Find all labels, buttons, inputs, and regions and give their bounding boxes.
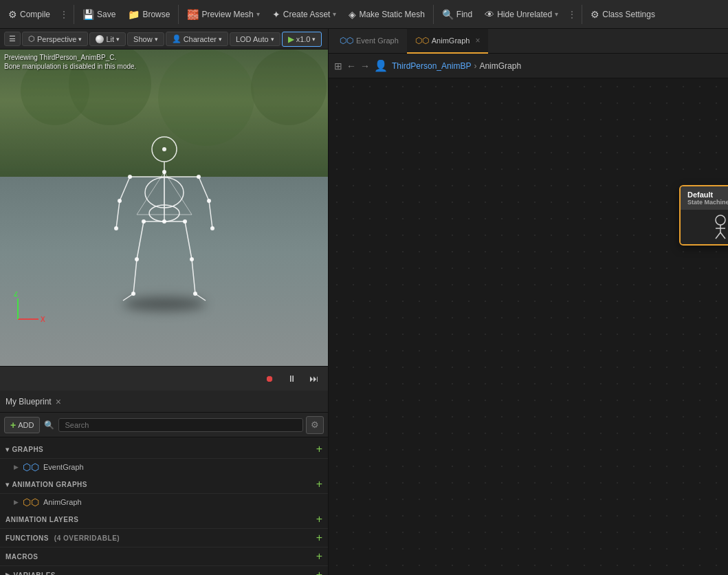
viewport-toolbar: ☰ ⬡ Perspective ▾ Lit ▾ Show ▾ 👤 Charact…	[0, 29, 328, 50]
search-icon: 🔍	[43, 420, 56, 430]
macros-section-header[interactable]: MACROS +	[0, 547, 328, 566]
hamburger-icon: ☰	[9, 34, 16, 43]
functions-section-header[interactable]: FUNCTIONS (4 OVERRIDABLE) +	[0, 529, 328, 547]
lit-button[interactable]: Lit ▾	[89, 32, 126, 46]
bp-close-button[interactable]: ×	[56, 396, 61, 407]
variables-section: ▶ VARIABLES +	[0, 566, 328, 575]
hide-unrelated-button[interactable]: 👁 Hide Unrelated ▾	[479, 6, 564, 23]
chevron-down-icon-4: ▾	[219, 36, 222, 43]
lit-icon	[96, 35, 104, 43]
forward-icon: ⏭	[309, 373, 318, 384]
functions-add-button[interactable]: +	[316, 532, 322, 543]
viewport[interactable]: Previewing ThirdPerson_AnimBP_C. Bone ma…	[0, 50, 328, 366]
toolbar-dots-2[interactable]: ⋮	[565, 10, 579, 19]
breadcrumb: ThirdPerson_AnimBP › AnimGraph	[392, 61, 521, 71]
viewport-overlay: Previewing ThirdPerson_AnimBP_C. Bone ma…	[0, 50, 328, 366]
anim-graph-icon: ⬡⬡	[23, 497, 39, 508]
save-icon: 💾	[82, 9, 94, 20]
bp-settings-button[interactable]: ⚙	[306, 416, 324, 434]
preview-mesh-button[interactable]: 🧱 Preview Mesh ▾	[181, 6, 265, 23]
chevron-down-icon-3: ▾	[155, 36, 158, 43]
create-asset-icon: ✦	[272, 9, 280, 20]
event-graph-item[interactable]: ▶ ⬡⬡ EventGraph	[0, 459, 328, 475]
find-icon: 🔍	[442, 9, 454, 20]
perspective-button[interactable]: ⬡ Perspective ▾	[22, 32, 88, 46]
anim-graphs-add-button[interactable]: +	[316, 479, 322, 490]
graphs-add-button[interactable]: +	[316, 444, 322, 455]
browse-icon: 📁	[128, 9, 140, 20]
tab-anim-graph[interactable]: ⬡⬡ AnimGraph ×	[407, 29, 489, 54]
animation-layers-section-header[interactable]: ANIMATION LAYERS +	[0, 510, 328, 529]
character-button[interactable]: 👤 Character ▾	[166, 32, 228, 46]
anim-graph-item[interactable]: ▶ ⬡⬡ AnimGraph	[0, 494, 328, 510]
pause-icon: ⏸	[287, 373, 296, 384]
graph-canvas[interactable]: Default State Machine	[329, 78, 728, 575]
tab-event-graph[interactable]: ⬡⬡ Event Graph	[331, 29, 407, 54]
event-graph-icon: ⬡⬡	[23, 462, 39, 473]
toolbar-dots-1[interactable]: ⋮	[57, 10, 71, 19]
macros-add-button[interactable]: +	[316, 551, 322, 562]
variables-chevron-icon: ▶	[5, 572, 11, 575]
animation-layers-section: ANIMATION LAYERS +	[0, 510, 328, 529]
chevron-down-icon-6: ▾	[312, 36, 316, 43]
perspective-icon: ⬡	[28, 34, 35, 43]
breadcrumb-link-1[interactable]: ThirdPerson_AnimBP	[392, 61, 471, 71]
back-button[interactable]: ←	[346, 61, 356, 72]
preview-text: Previewing ThirdPerson_AnimBP_C.	[4, 54, 136, 61]
graph-nav: ⊞ ← → 👤 ThirdPerson_AnimBP › AnimGraph	[329, 54, 728, 78]
forward-button[interactable]: →	[360, 61, 370, 72]
play-icon: ▶	[288, 34, 294, 44]
compile-button[interactable]: ⚙ Compile	[3, 6, 56, 23]
forward-icon: →	[360, 61, 370, 72]
connection-line-svg	[329, 78, 728, 575]
viewport-menu-button[interactable]: ☰	[4, 32, 21, 46]
left-panel: ☰ ⬡ Perspective ▾ Lit ▾ Show ▾ 👤 Charact…	[0, 29, 329, 575]
viewport-axes: X Z	[11, 292, 52, 328]
anim-graph-tab-icon: ⬡⬡	[415, 36, 429, 45]
bookmark-icon: ⊞	[334, 61, 342, 72]
class-settings-button[interactable]: ⚙ Class Settings	[585, 6, 661, 23]
variables-section-header[interactable]: ▶ VARIABLES +	[0, 566, 328, 575]
right-panel: ⬡⬡ Event Graph ⬡⬡ AnimGraph × ⊞ ← → 👤 Th…	[329, 29, 728, 575]
event-graph-tab-icon: ⬡⬡	[340, 36, 353, 45]
main-toolbar: ⚙ Compile ⋮ 💾 Save 📁 Browse 🧱 Preview Me…	[0, 0, 728, 29]
macros-section: MACROS +	[0, 547, 328, 566]
variables-add-button[interactable]: +	[316, 569, 322, 575]
graph-tabs: ⬡⬡ Event Graph ⬡⬡ AnimGraph ×	[329, 29, 728, 54]
add-button[interactable]: + ADD	[4, 417, 40, 433]
graphs-chevron-icon: ▾	[5, 446, 10, 453]
make-static-mesh-icon: ◈	[349, 9, 356, 20]
record-icon: ⏺	[265, 373, 274, 384]
graphs-section-header[interactable]: ▾ GRAPHS +	[0, 440, 328, 459]
play-button[interactable]: ▶ x1.0 ▾	[282, 32, 322, 47]
default-node[interactable]: Default State Machine	[679, 185, 728, 246]
bone-text: Bone manipulation is disabled in this mo…	[4, 63, 136, 70]
breadcrumb-separator: ›	[474, 61, 476, 71]
anim-layers-add-button[interactable]: +	[316, 514, 322, 525]
main-layout: ☰ ⬡ Perspective ▾ Lit ▾ Show ▾ 👤 Charact…	[0, 29, 728, 575]
save-button[interactable]: 💾 Save	[77, 6, 121, 23]
forward-button[interactable]: ⏭	[305, 370, 322, 388]
show-button[interactable]: Show ▾	[127, 32, 164, 46]
record-button[interactable]: ⏺	[261, 370, 278, 388]
sep-1	[74, 5, 74, 24]
chevron-down-icon: ▾	[78, 36, 82, 43]
tab-close-button[interactable]: ×	[475, 36, 480, 45]
pause-button[interactable]: ⏸	[283, 370, 300, 388]
browse-button[interactable]: 📁 Browse	[122, 6, 175, 23]
svg-line-47	[716, 232, 720, 239]
anim-graphs-chevron-icon: ▾	[5, 481, 10, 488]
gear-icon: ⚙	[311, 420, 319, 430]
back-icon: ←	[346, 61, 356, 72]
graphs-section: ▾ GRAPHS + ▶ ⬡⬡ EventGraph	[0, 440, 328, 475]
find-button[interactable]: 🔍 Find	[437, 6, 478, 23]
chevron-down-icon-5: ▾	[271, 36, 274, 43]
bp-panel-header: My Blueprint ×	[0, 391, 328, 413]
preview-mesh-icon: 🧱	[187, 9, 199, 20]
compile-icon: ⚙	[8, 9, 17, 20]
make-static-mesh-button[interactable]: ◈ Make Static Mesh	[343, 6, 430, 23]
create-asset-button[interactable]: ✦ Create Asset ▾	[267, 6, 342, 23]
animation-graphs-section-header[interactable]: ▾ ANIMATION GRAPHS +	[0, 475, 328, 494]
search-input[interactable]	[58, 418, 303, 432]
lod-button[interactable]: LOD Auto ▾	[230, 32, 280, 46]
